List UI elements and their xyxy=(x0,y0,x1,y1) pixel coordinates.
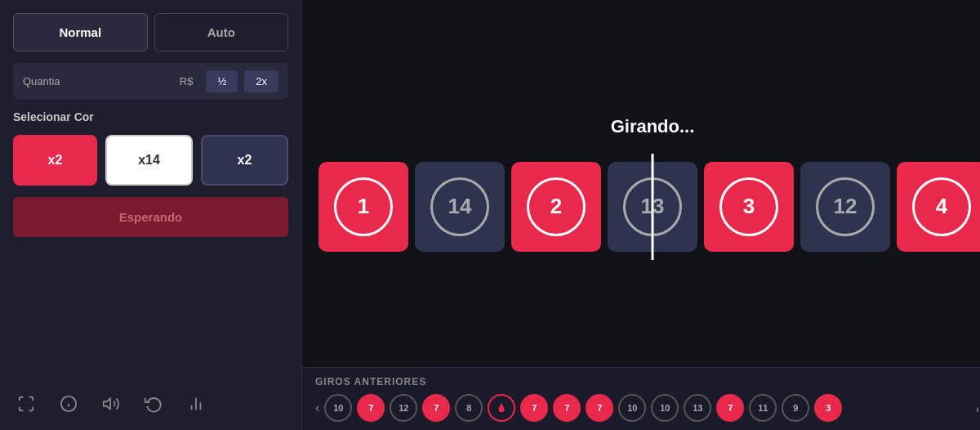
red-color-button[interactable]: x2 xyxy=(13,135,97,186)
prev-spin-item: 7 xyxy=(553,394,581,422)
esperando-button[interactable]: Esperando xyxy=(13,197,288,237)
prev-spin-item: 7 xyxy=(357,394,385,422)
center-line xyxy=(652,154,654,260)
prev-spin-item xyxy=(488,394,515,422)
quantity-label: Quantia xyxy=(23,75,173,87)
prev-spin-item: 7 xyxy=(520,394,548,422)
reel-item: 14 xyxy=(415,162,505,252)
auto-mode-button[interactable]: Auto xyxy=(154,13,289,52)
info-icon[interactable] xyxy=(56,391,82,417)
reel-item: 3 xyxy=(704,162,794,252)
reel-item: 4 xyxy=(897,162,980,252)
prev-spin-item: 9 xyxy=(782,394,809,422)
prev-spin-item: 10 xyxy=(651,394,679,422)
giros-label: GIROS ANTERIORES xyxy=(315,376,980,387)
half-button[interactable]: ½ xyxy=(206,70,238,92)
reel-item: 2 xyxy=(511,162,601,252)
reel-item: 1 xyxy=(318,162,408,252)
bottom-icons xyxy=(13,384,288,417)
prev-spin-item: 10 xyxy=(324,394,352,422)
prev-spin-item: 10 xyxy=(618,394,646,422)
reel-container: 1142133124 xyxy=(318,162,980,252)
girando-text: Girando... xyxy=(611,116,695,137)
left-panel: Normal Auto Quantia R$ ½ 2x Selecionar C… xyxy=(0,0,302,430)
reel-item: 12 xyxy=(800,162,890,252)
prev-spin-item: 3 xyxy=(814,394,842,422)
history-icon[interactable] xyxy=(140,391,167,417)
right-panel: Girando... 1142133124 GIROS ANTERIORES ‹… xyxy=(302,0,980,430)
chart-icon xyxy=(973,398,980,419)
prev-spin-item: 7 xyxy=(422,394,450,422)
color-buttons: x2 x14 x2 xyxy=(13,135,288,186)
svg-marker-3 xyxy=(104,399,110,410)
spin-area: Girando... 1142133124 xyxy=(302,0,980,367)
prev-spin-item: 11 xyxy=(749,394,777,422)
prev-spin-item: 7 xyxy=(716,394,744,422)
color-select-label: Selecionar Cor xyxy=(13,110,288,123)
currency-label: R$ xyxy=(180,75,194,87)
prev-spin-item: 8 xyxy=(455,394,483,422)
normal-mode-button[interactable]: Normal xyxy=(13,13,148,52)
fullscreen-icon[interactable] xyxy=(13,391,39,417)
prev-arrow-button[interactable]: ‹ xyxy=(315,401,319,415)
double-button[interactable]: 2x xyxy=(244,70,278,92)
bottom-bar: GIROS ANTERIORES ‹ 107127877710101371193 xyxy=(302,367,980,430)
mode-buttons: Normal Auto xyxy=(13,13,288,52)
dark-color-button[interactable]: x2 xyxy=(201,135,288,186)
previous-spins: ‹ 107127877710101371193 xyxy=(315,394,980,422)
quantity-row: Quantia R$ ½ 2x xyxy=(13,63,288,99)
white-color-button[interactable]: x14 xyxy=(105,135,193,186)
sound-icon[interactable] xyxy=(98,391,124,417)
stats-icon[interactable] xyxy=(183,391,209,417)
prev-spin-item: 13 xyxy=(684,394,711,422)
prev-spin-item: 7 xyxy=(586,394,613,422)
prev-spin-item: 12 xyxy=(390,394,417,422)
